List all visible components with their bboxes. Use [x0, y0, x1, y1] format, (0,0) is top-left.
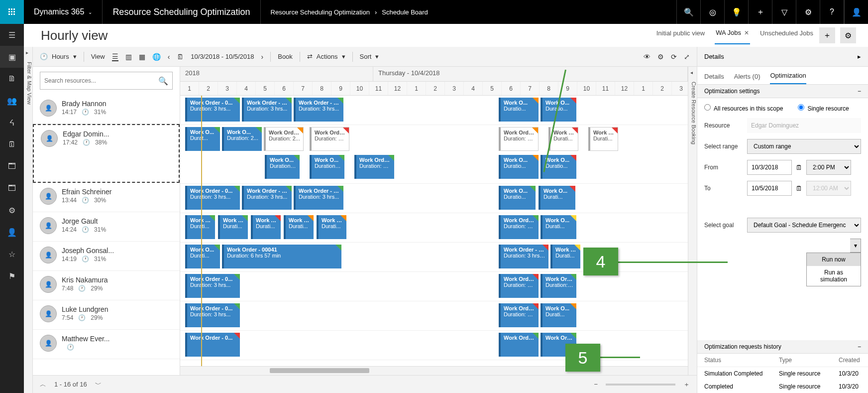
booking[interactable]: Work Order - 0...Duration: 3 hrs...	[185, 98, 240, 122]
resource-row[interactable]: 👤Kris Nakamura7:48 🕐 29%	[33, 271, 180, 300]
collapse-up-icon[interactable]: ︿	[40, 380, 46, 389]
next-icon[interactable]: ›	[261, 53, 264, 61]
nav-icon-3[interactable]: 👥	[0, 90, 24, 112]
resource-row[interactable]: 👤Jorge Gault14:24 🕐 31%	[33, 212, 180, 242]
user-icon[interactable]: 👤	[844, 0, 868, 24]
booking[interactable]: Work Order - 0...Duration: 3 hrs...	[185, 274, 240, 298]
calendar-icon[interactable]: 🗓	[177, 53, 184, 61]
details-tab-alerts[interactable]: Alerts (0)	[734, 73, 760, 84]
booking[interactable]: Work O...Durati...	[541, 303, 576, 327]
zoom-in-icon[interactable]: ＋	[683, 380, 690, 389]
details-tab-details[interactable]: Details	[704, 73, 724, 84]
resource-row[interactable]: 👤Matthew Ever... 🕐	[33, 330, 180, 359]
booking[interactable]: Work Order...Duration: 2 ...	[499, 274, 539, 298]
booking[interactable]: Work Order - 0...Duration: 3 hrs...	[185, 303, 240, 327]
bulb-icon[interactable]: 💡	[724, 0, 748, 24]
booking[interactable]: Work O...Durati...	[251, 215, 281, 239]
details-tab-optimization[interactable]: Optimization	[770, 72, 806, 84]
run-dropdown-toggle[interactable]: ▾	[850, 239, 861, 253]
booking[interactable]: Work Order...Duration: 2 ...	[499, 215, 539, 239]
booking[interactable]: Work O...Durati...	[317, 215, 346, 239]
booking[interactable]: Work O...Duration: 3 ...	[265, 155, 300, 179]
booking[interactable]: Work O...Durat...	[185, 127, 220, 151]
search-icon[interactable]: 🔍	[676, 0, 700, 24]
booking[interactable]: Work O...Duration: 2...	[222, 127, 262, 151]
hours-dropdown[interactable]: 🕐Hours ▾	[40, 53, 77, 60]
collapse-icon[interactable]: −	[858, 343, 861, 350]
booking[interactable]: Work O...Durati...	[588, 127, 618, 151]
zoom-out-icon[interactable]: −	[594, 381, 598, 388]
filter-map-panel-collapsed[interactable]: Filter & Map View	[24, 47, 33, 393]
booking[interactable]: Work Order - 0...Duration: 3 hrs...	[185, 186, 240, 210]
booking[interactable]: Work O...Durati...	[218, 215, 248, 239]
from-date-field[interactable]	[747, 160, 792, 175]
board-settings-button[interactable]: ⚙	[840, 27, 856, 43]
create-booking-panel-collapsed[interactable]: Create Resource Booking	[688, 67, 697, 375]
sort-dropdown[interactable]: Sort ▾	[360, 53, 379, 60]
booking[interactable]: Work Order...Duration: 2 ...	[310, 127, 349, 151]
booking[interactable]: Work Order...	[499, 333, 539, 357]
booking[interactable]: Work O...Durati...	[550, 245, 580, 268]
filter-icon[interactable]: ▽	[772, 0, 796, 24]
zoom-slider[interactable]	[606, 384, 675, 386]
history-row[interactable]: CompletedSingle resource10/3/20	[697, 380, 868, 393]
scrollbar-thumb[interactable]	[270, 368, 369, 373]
run-as-simulation-option[interactable]: Run as simulation	[807, 266, 861, 286]
expand-icon[interactable]: ⤢	[684, 53, 690, 61]
eye-icon[interactable]: 👁	[644, 53, 651, 61]
calendar-icon[interactable]: 🗓	[796, 164, 802, 171]
collapse-icon[interactable]: −	[858, 88, 861, 95]
view-list-icon[interactable]: ☰	[112, 52, 118, 61]
resource-row[interactable]: 👤Joseph Gonsal...14:19 🕐 31%	[33, 242, 180, 271]
crumb-root[interactable]: Resource Scheduling Optimization	[271, 8, 370, 16]
booking[interactable]: Work O...Durati...	[185, 245, 220, 268]
to-date-field[interactable]	[747, 181, 792, 196]
radio-all-resources[interactable]: All resources in this scope	[704, 104, 783, 112]
nav-icon-1[interactable]: ▣	[0, 46, 24, 68]
resource-row[interactable]: 👤Brady Hannon14:17 🕐 31%	[33, 95, 180, 124]
booking[interactable]: Work Order - 0...Duration: 3 hrs...	[242, 98, 292, 122]
booking[interactable]: Work Orde...Duration: 2...	[264, 127, 304, 151]
nav-icon-star[interactable]: ☆	[0, 243, 24, 265]
add-icon[interactable]: ＋	[748, 0, 772, 24]
booking[interactable]: Work O...Duratio...	[499, 155, 539, 179]
add-tab-button[interactable]: ＋	[819, 27, 835, 43]
help-icon[interactable]: ?	[820, 0, 844, 24]
view-grid-icon[interactable]: ▦	[139, 53, 145, 61]
booking[interactable]: Work O...Duration: 3 ...	[310, 155, 344, 179]
booking[interactable]: Work Order - 00041Duration: 6 hrs 57 min	[222, 245, 341, 268]
booking[interactable]: Work O...Duratio...	[499, 98, 539, 122]
history-row[interactable]: Simulation CompletedSingle resource10/3/…	[697, 367, 868, 380]
view-columns-icon[interactable]: ▥	[125, 53, 132, 61]
booking[interactable]: Work O...Durati...	[541, 215, 576, 239]
booking[interactable]: Work Order...Duration: 2 ...	[499, 303, 539, 327]
booking[interactable]: Work O...Durati...	[185, 215, 215, 239]
booking[interactable]: Work Order...Duration: 2 ...	[541, 274, 576, 298]
refresh-icon[interactable]: ⟳	[671, 53, 677, 61]
close-icon[interactable]: ✕	[744, 29, 749, 36]
brand-dropdown[interactable]: Dynamics 365 ⌄	[24, 7, 102, 16]
select-range-dropdown[interactable]: Custom range	[747, 139, 861, 154]
select-goal-dropdown[interactable]: Default Goal - Schedule Emergenc	[747, 218, 861, 233]
target-icon[interactable]: ◎	[700, 0, 724, 24]
hamburger-icon[interactable]: ☰	[0, 24, 24, 46]
booking[interactable]: Work Order - 0...	[185, 333, 240, 357]
resource-row[interactable]: 👤Efrain Schreiner13:44 🕐 30%	[33, 183, 180, 212]
settings-icon[interactable]: ⚙	[796, 0, 820, 24]
book-button[interactable]: Book	[278, 53, 293, 60]
booking[interactable]: Work O...Durati...	[539, 186, 575, 210]
radio-single-resource[interactable]: Single resource	[798, 104, 849, 112]
booking[interactable]: Work O...Durati...	[284, 215, 314, 239]
booking[interactable]: Work Order - 0...Duration: 3 hrs...	[294, 186, 343, 210]
booking[interactable]: Work Order...Duration: 2 ...	[499, 127, 539, 151]
resource-row[interactable]: 👤Edgar Domin...17:42 🕐 38%	[33, 124, 180, 183]
search-icon[interactable]: 🔍	[158, 76, 168, 86]
booking[interactable]: Work Order - 0...Duration: 3 hrs ...	[499, 245, 548, 268]
prev-icon[interactable]: ‹	[168, 53, 170, 61]
nav-icon-4[interactable]: ᔦ	[0, 112, 24, 133]
booking[interactable]: Work O...Duratio...	[499, 186, 536, 210]
app-launcher-icon[interactable]	[0, 0, 24, 24]
tab-wa-jobs[interactable]: WA Jobs✕	[715, 27, 750, 44]
booking[interactable]: Work Order - 0...Duration: 3 hrs...	[242, 186, 292, 210]
nav-icon-6[interactable]: 🗔	[0, 177, 24, 199]
